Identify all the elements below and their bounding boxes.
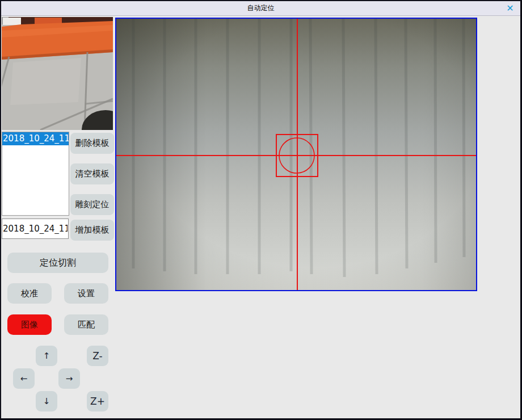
template-list[interactable]: 2018_10_24_11: [2, 132, 69, 216]
jog-up-button[interactable]: ↑: [36, 346, 57, 366]
engrave-locate-button[interactable]: 雕刻定位: [70, 194, 114, 215]
image-button[interactable]: 图像: [7, 314, 52, 335]
add-template-button[interactable]: 增加模板: [70, 220, 114, 241]
auto-locate-dialog: 自动定位 ✕ 2018_10_24_11: [0, 0, 522, 420]
camera-view[interactable]: [115, 18, 477, 291]
template-name-input[interactable]: [2, 219, 69, 239]
jog-z-plus-button[interactable]: Z+: [87, 391, 108, 411]
jog-right-button[interactable]: →: [58, 368, 80, 389]
match-button[interactable]: 匹配: [64, 314, 108, 335]
window-title: 自动定位: [247, 3, 275, 13]
delete-template-button[interactable]: 删除模板: [70, 133, 114, 154]
template-list-item[interactable]: 2018_10_24_11: [2, 132, 69, 145]
close-icon[interactable]: ✕: [504, 2, 516, 15]
jog-z-minus-button[interactable]: Z-: [87, 346, 108, 366]
clear-templates-button[interactable]: 清空模板: [70, 163, 114, 184]
jog-down-button[interactable]: ↓: [36, 391, 57, 411]
title-bar: 自动定位 ✕: [1, 1, 520, 16]
calibrate-button[interactable]: 校准: [7, 283, 52, 304]
settings-button[interactable]: 设置: [64, 283, 108, 304]
locate-cut-button[interactable]: 定位切割: [7, 253, 108, 273]
template-preview-graphic: [2, 17, 113, 130]
jog-left-button[interactable]: ←: [13, 368, 35, 389]
template-preview-image: [2, 17, 113, 130]
camera-feed: [116, 19, 476, 290]
